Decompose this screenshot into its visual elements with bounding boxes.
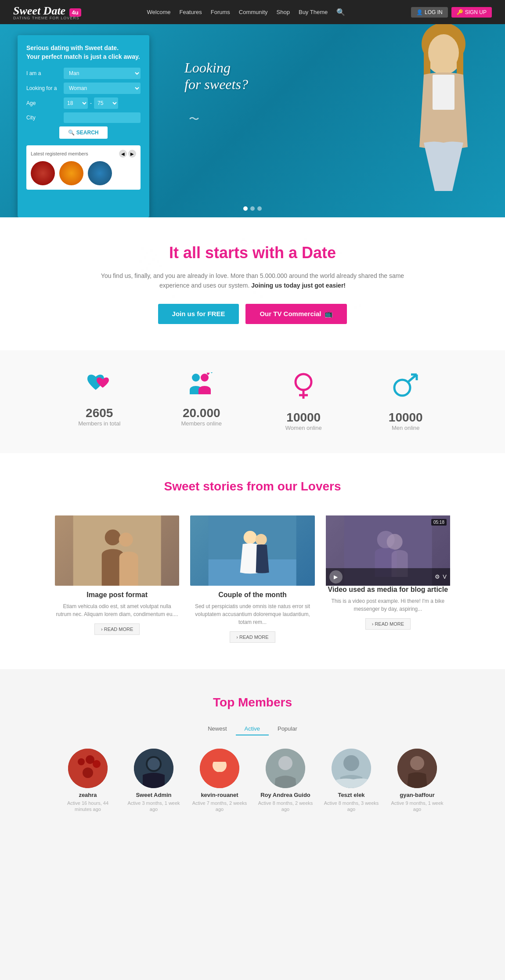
latest-members-title: Latest registered members <box>31 151 88 156</box>
search-icon[interactable]: 🔍 <box>336 8 345 16</box>
signup-button[interactable]: 🔑 SIGN UP <box>451 7 492 18</box>
stat-label-men: Men online <box>361 425 451 431</box>
stories-heading: Sweet stories from our Lovers <box>13 479 492 494</box>
lookingfor-select[interactable]: Woman Man <box>64 83 141 94</box>
story-title-2: Couple of the month <box>190 591 314 599</box>
member-card-kevin: kevin-rouanet Active 7 months, 2 weeks a… <box>191 749 248 813</box>
member-name-gyan: gyan-baffour <box>389 792 446 798</box>
svg-point-51 <box>394 380 410 396</box>
story-card-1: Image post format Etiam vehicula odio es… <box>55 515 179 643</box>
stats-section: 2605 Members in total 20.000 Members <box>0 350 505 453</box>
member-avatar-gyan[interactable] <box>397 749 437 788</box>
city-row: City <box>26 112 141 123</box>
svg-point-80 <box>410 756 424 770</box>
video-time-badge: 05:18 <box>431 519 447 526</box>
female-icon <box>259 372 348 406</box>
latest-members-panel: Latest registered members ◀ ▶ <box>26 145 141 190</box>
svg-point-39 <box>172 295 175 298</box>
svg-point-76 <box>278 756 292 770</box>
date-heading: It all starts with a Date <box>13 244 492 262</box>
member-img-roy <box>266 749 305 788</box>
story-desc-1: Etiam vehicula odio est, sit amet volutp… <box>55 602 179 618</box>
member-name-teszt: Teszt elek <box>323 792 380 798</box>
stat-members-total: 2605 Members in total <box>55 372 144 431</box>
stat-women: 10000 Women online <box>259 372 348 431</box>
member-name-zeahra: zeahra <box>59 792 116 798</box>
stat-number-total: 2605 <box>55 406 144 420</box>
read-more-3[interactable]: › READ MORE <box>365 618 411 630</box>
svg-point-28 <box>321 241 324 243</box>
couple-icon <box>157 372 246 402</box>
members-heading: Top Members <box>13 695 492 710</box>
tv-commercial-button[interactable]: Our TV Commercial 📺 <box>245 304 347 324</box>
member-avatar-3[interactable] <box>88 161 112 185</box>
member-active-zeahra: Active 16 hours, 44 minutes ago <box>59 800 116 813</box>
nav-shop[interactable]: Shop <box>277 9 290 15</box>
nav-forums[interactable]: Forums <box>211 9 230 15</box>
age-separator: - <box>90 100 92 106</box>
stat-number-online: 20.000 <box>157 406 246 420</box>
nav-welcome[interactable]: Welcome <box>147 9 171 15</box>
lm-next-button[interactable]: ▶ <box>128 150 136 158</box>
tab-active[interactable]: Active <box>236 723 269 735</box>
join-free-button[interactable]: Join us for FREE <box>158 304 239 324</box>
stat-members-online: 20.000 Members online <box>157 372 246 431</box>
svg-point-47 <box>201 374 209 382</box>
age-min-select[interactable]: 18 <box>64 97 88 109</box>
member-avatar-roy[interactable] <box>266 749 305 788</box>
stat-number-men: 10000 <box>361 411 451 425</box>
nav-community[interactable]: Community <box>239 9 268 15</box>
tab-newest[interactable]: Newest <box>199 723 235 735</box>
member-active-teszt: Active 8 months, 3 weeks ago <box>323 800 380 813</box>
story-desc-2: Sed ut perspiciatis unde omnis iste natu… <box>190 602 314 626</box>
svg-point-40 <box>177 300 179 303</box>
iam-select[interactable]: Man Woman <box>64 68 141 79</box>
stat-label-online: Members online <box>157 420 246 427</box>
member-active-roy: Active 8 months, 2 weeks ago <box>257 800 314 813</box>
member-active-sweetadmin: Active 3 months, 1 week ago <box>125 800 182 813</box>
city-input[interactable] <box>64 112 141 123</box>
lm-navigation: ◀ ▶ <box>119 150 136 158</box>
nav-links: Welcome Features Forums Community Shop B… <box>147 8 346 16</box>
age-max-select[interactable]: 75 <box>94 97 118 109</box>
member-avatar-teszt[interactable] <box>332 749 371 788</box>
member-card-sweetadmin: Sweet Admin Active 3 months, 1 week ago <box>125 749 182 813</box>
stories-section: Sweet stories from our Lovers Image post… <box>0 453 505 669</box>
date-description: You find us, finally, and you are alread… <box>99 271 406 291</box>
play-button[interactable]: ▶ <box>329 570 343 584</box>
tv-icon: 📺 <box>325 310 333 318</box>
hearts-icon <box>55 372 144 402</box>
cta-buttons: Join us for FREE Our TV Commercial 📺 <box>13 304 492 324</box>
login-button[interactable]: 👤 LOG IN <box>411 7 448 18</box>
search-button[interactable]: 🔍 SEARCH <box>59 126 107 139</box>
member-avatar-2[interactable] <box>59 161 83 185</box>
logo-sub: DATING THEME FOR LOVERS <box>13 16 81 20</box>
nav-buy-theme[interactable]: Buy Theme <box>299 9 328 15</box>
form-heading: Serious dating with Sweet date. Your per… <box>26 44 141 61</box>
latest-members-header: Latest registered members ◀ ▶ <box>31 150 136 158</box>
video-action-icons: ⚙ V <box>435 573 447 580</box>
member-avatar-1[interactable] <box>31 161 55 185</box>
logo-badge: 4u <box>69 8 81 17</box>
svg-point-69 <box>83 767 93 778</box>
member-avatar-zeahra[interactable] <box>68 749 108 788</box>
svg-point-61 <box>256 534 267 545</box>
gear-icon[interactable]: ⚙ <box>435 573 440 580</box>
member-img-kevin <box>200 749 239 788</box>
search-form-panel: Serious dating with Sweet date. Your per… <box>18 35 149 217</box>
read-more-1[interactable]: › READ MORE <box>94 623 140 635</box>
lm-prev-button[interactable]: ◀ <box>119 150 127 158</box>
member-avatars-row <box>31 161 136 185</box>
svg-rect-5 <box>433 75 454 110</box>
nav-features[interactable]: Features <box>179 9 202 15</box>
read-more-2[interactable]: › READ MORE <box>230 631 275 643</box>
tab-popular[interactable]: Popular <box>269 723 306 735</box>
member-avatar-kevin[interactable] <box>200 749 239 788</box>
svg-point-72 <box>148 758 160 770</box>
members-grid: zeahra Active 16 hours, 44 minutes ago S… <box>13 749 492 813</box>
member-avatar-sweetadmin[interactable] <box>134 749 173 788</box>
search-btn-icon: 🔍 <box>68 130 75 136</box>
svg-point-16 <box>146 267 148 270</box>
svg-point-48 <box>296 374 311 390</box>
svg-line-52 <box>408 375 417 382</box>
